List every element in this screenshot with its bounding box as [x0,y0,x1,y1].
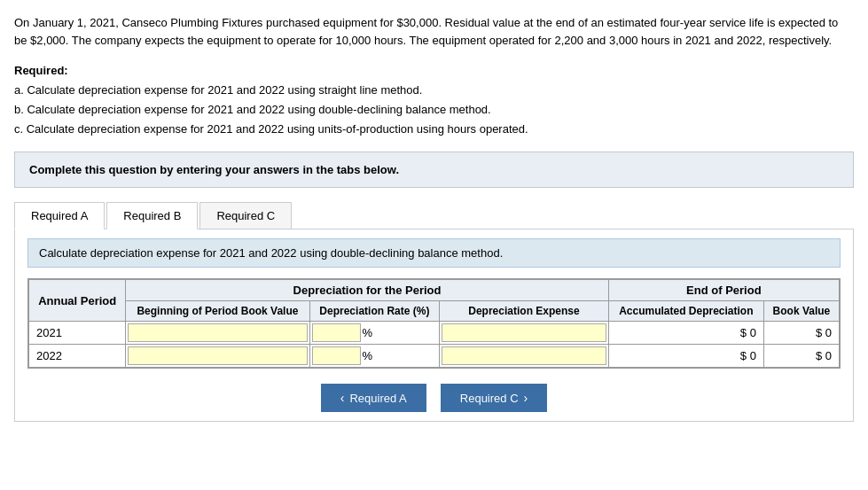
year-2021: 2021 [29,322,126,345]
book-value-2021: $ 0 [763,322,839,345]
prev-button[interactable]: ‹ Required A [321,384,426,412]
accum-2021: $ 0 [608,322,763,345]
tab-required-a[interactable]: Required A [14,202,105,229]
col-expense: Depreciation Expense [440,301,608,322]
year-2022: 2022 [29,345,126,368]
col-annual-period: Annual Period [29,280,126,322]
col-rate: Depreciation Rate (%) [309,301,440,322]
required-c: c. Calculate depreciation expense for 20… [14,120,854,139]
beg-book-2021[interactable] [126,322,309,345]
beg-book-2021-input[interactable] [128,323,307,342]
intro-text: On January 1, 2021, Canseco Plumbing Fix… [14,14,854,49]
book-value-2022: $ 0 [763,345,839,368]
table-row: 2021 % $ 0 $ 0 [29,322,840,345]
required-section: Required: a. Calculate depreciation expe… [14,61,854,139]
expense-2021-input[interactable] [442,323,606,342]
rate-2021-input[interactable] [312,323,361,342]
rate-2022-input[interactable] [312,346,361,365]
required-a: a. Calculate depreciation expense for 20… [14,81,854,100]
beg-book-2022-input[interactable] [128,346,307,365]
rate-2022[interactable]: % [309,345,440,368]
col-group-period: Depreciation for the Period [126,280,608,301]
next-button[interactable]: Required C › [441,384,547,412]
accum-2022: $ 0 [608,345,763,368]
info-box: Complete this question by entering your … [14,152,854,188]
col-beg-book: Beginning of Period Book Value [126,301,309,322]
col-book-value: Book Value [763,301,839,322]
expense-2021[interactable] [440,322,608,345]
rate-2021[interactable]: % [309,322,440,345]
next-arrow-icon: › [524,391,528,405]
col-group-end: End of Period [608,280,839,301]
table-row: 2022 % $ 0 $ 0 [29,345,840,368]
tab-required-c[interactable]: Required C [199,202,292,229]
prev-arrow-icon: ‹ [340,391,345,405]
expense-2022[interactable] [440,345,608,368]
bottom-nav: ‹ Required A Required C › [27,384,841,412]
required-label: Required: [14,61,854,81]
beg-book-2022[interactable] [126,345,309,368]
instruction-bar: Calculate depreciation expense for 2021 … [27,238,841,268]
tab-required-b[interactable]: Required B [106,202,198,229]
expense-2022-input[interactable] [442,346,606,365]
col-accum: Accumulated Depreciation [608,301,763,322]
tab-content: Calculate depreciation expense for 2021 … [14,229,854,422]
required-b: b. Calculate depreciation expense for 20… [14,100,854,120]
tabs-bar: Required A Required B Required C [14,202,854,229]
depreciation-table: Annual Period Depreciation for the Perio… [27,278,841,369]
